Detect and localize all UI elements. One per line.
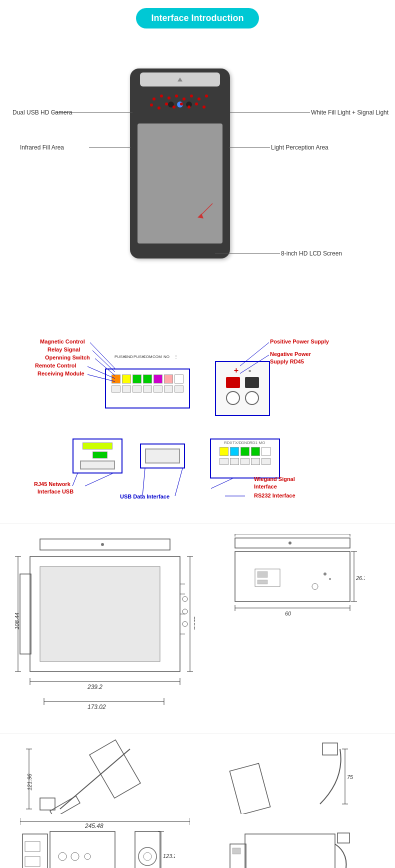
power-connector: + - <box>215 361 270 416</box>
svg-text:60: 60 <box>285 610 292 616</box>
mount-top-left-svg: 121.96 <box>20 739 190 814</box>
svg-rect-67 <box>235 538 350 548</box>
svg-text:121.96: 121.96 <box>26 773 32 790</box>
svg-text:123.2: 123.2 <box>193 616 195 630</box>
svg-rect-108 <box>25 856 40 866</box>
svg-point-50 <box>182 622 188 626</box>
svg-rect-90 <box>90 740 140 798</box>
mount-top-right-svg: 75 <box>220 739 370 814</box>
svg-point-68 <box>288 542 292 544</box>
dim-123-bottom-svg: 123.2 <box>125 829 175 868</box>
svg-rect-97 <box>322 743 338 755</box>
wiegand-block: RD0 TX/D GND RD1 MO <box>210 438 280 478</box>
svg-rect-122 <box>232 848 240 854</box>
svg-text:Relay Signal: Relay Signal <box>48 346 80 352</box>
svg-marker-1 <box>198 214 204 218</box>
rj45-block <box>72 438 122 474</box>
device-screen <box>138 124 222 244</box>
svg-point-79 <box>329 578 331 580</box>
svg-text:Interface: Interface <box>254 484 277 490</box>
svg-rect-42 <box>20 574 31 654</box>
svg-line-29 <box>72 474 78 486</box>
svg-point-77 <box>312 584 318 590</box>
svg-rect-113 <box>135 832 160 868</box>
svg-text:Remote Control: Remote Control <box>35 362 76 368</box>
svg-point-115 <box>144 852 152 860</box>
svg-rect-75 <box>258 572 268 578</box>
title-section: Interface Introduction <box>0 8 395 28</box>
svg-line-0 <box>200 204 212 216</box>
svg-text:108.44: 108.44 <box>15 612 20 630</box>
mount-bottom-left-svg <box>20 829 120 868</box>
svg-text:Negative Power: Negative Power <box>270 351 312 357</box>
svg-point-49 <box>182 609 188 614</box>
svg-text:Supply RD45: Supply RD45 <box>270 358 304 364</box>
svg-point-78 <box>324 572 326 576</box>
svg-point-112 <box>84 854 90 860</box>
svg-point-110 <box>58 852 66 860</box>
svg-point-40 <box>101 543 104 546</box>
device-front-section: Dual USB HD Camera White Fill Light + Si… <box>0 38 395 324</box>
side-dimension-svg: 105.5 26.1 60 <box>225 534 365 634</box>
svg-text:Magnetic Control: Magnetic Control <box>40 338 85 344</box>
section2-svg: Magnetic Control Relay Signal Openning S… <box>0 328 395 518</box>
usb-data-block <box>140 444 185 468</box>
svg-text:Interface USB: Interface USB <box>38 488 74 494</box>
svg-line-37 <box>211 478 232 488</box>
device-illustration <box>130 68 230 258</box>
svg-text:USB Data Interface: USB Data Interface <box>120 494 170 500</box>
svg-rect-121 <box>230 844 246 868</box>
svg-rect-76 <box>258 580 268 584</box>
svg-text:26.1: 26.1 <box>356 575 365 581</box>
svg-rect-109 <box>50 832 115 868</box>
svg-rect-120 <box>245 834 335 868</box>
svg-rect-73 <box>235 552 350 602</box>
svg-line-33 <box>175 468 182 496</box>
svg-text:245.48: 245.48 <box>84 822 104 829</box>
page-title: Interface Introduction <box>136 8 258 28</box>
svg-rect-91 <box>40 798 55 810</box>
interface-section: PUSH GND PUSH COM COM NO ⋮ + - RD0 TX/D … <box>0 328 395 518</box>
main-terminal-block: PUSH GND PUSH COM COM NO ⋮ <box>105 368 190 408</box>
mounting-section: 121.96 75 245.48 <box>0 734 395 868</box>
svg-point-114 <box>138 848 156 866</box>
svg-rect-107 <box>25 842 40 852</box>
front-dimension-svg: 239.2 108.44 123.2 173.02 <box>15 534 195 724</box>
svg-text:123.2: 123.2 <box>163 853 175 859</box>
svg-rect-96 <box>230 764 270 814</box>
svg-text:Positive Power Supply: Positive Power Supply <box>270 338 330 344</box>
svg-rect-106 <box>22 834 48 868</box>
svg-text:173.02: 173.02 <box>88 704 106 710</box>
svg-text:Dual USB HD Camera: Dual USB HD Camera <box>12 109 72 116</box>
dimensions-section: 239.2 108.44 123.2 173.02 105.5 <box>0 524 395 734</box>
svg-point-48 <box>182 596 188 602</box>
svg-text:75: 75 <box>347 774 354 780</box>
svg-text:White Fill Light + Signal Ligh: White Fill Light + Signal Light <box>311 109 389 116</box>
svg-text:239.2: 239.2 <box>87 684 102 690</box>
svg-rect-47 <box>40 566 160 662</box>
svg-rect-123 <box>338 833 350 843</box>
svg-line-88 <box>60 749 130 809</box>
svg-text:Openning Switch: Openning Switch <box>45 354 90 360</box>
svg-text:RS232 Interface: RS232 Interface <box>254 492 296 498</box>
svg-point-111 <box>71 852 79 860</box>
svg-text:Receiving  Module: Receiving Module <box>38 370 84 376</box>
svg-text:Light Perception Area: Light Perception Area <box>271 144 328 151</box>
svg-rect-39 <box>40 539 170 550</box>
svg-line-32 <box>142 468 145 496</box>
svg-text:Infrared Fill Area: Infrared Fill Area <box>20 144 64 151</box>
svg-text:RJ45 Network: RJ45 Network <box>34 481 71 487</box>
svg-line-30 <box>85 474 112 486</box>
dim-245-svg: 245.48 <box>20 814 190 829</box>
svg-text:8-inch HD LCD Screen: 8-inch HD LCD Screen <box>281 250 342 257</box>
mount-bottom-right-svg <box>215 829 365 868</box>
